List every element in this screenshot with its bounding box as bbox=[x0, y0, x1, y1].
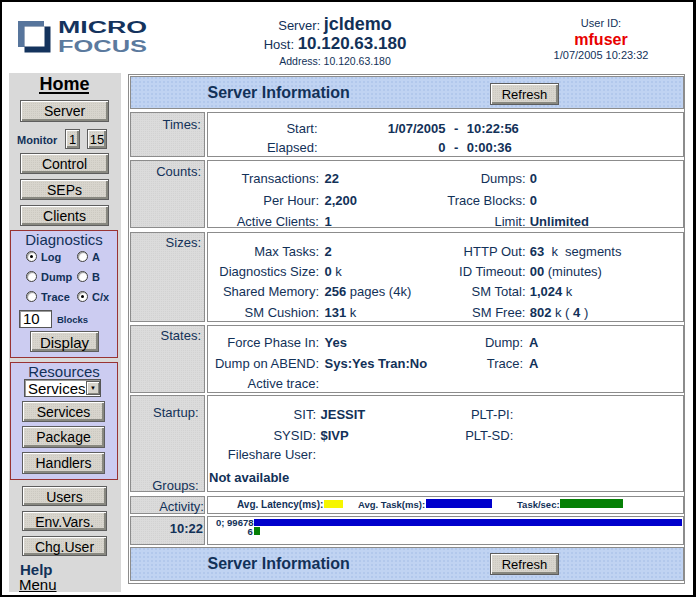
svg-text:MICRO: MICRO bbox=[58, 19, 147, 36]
